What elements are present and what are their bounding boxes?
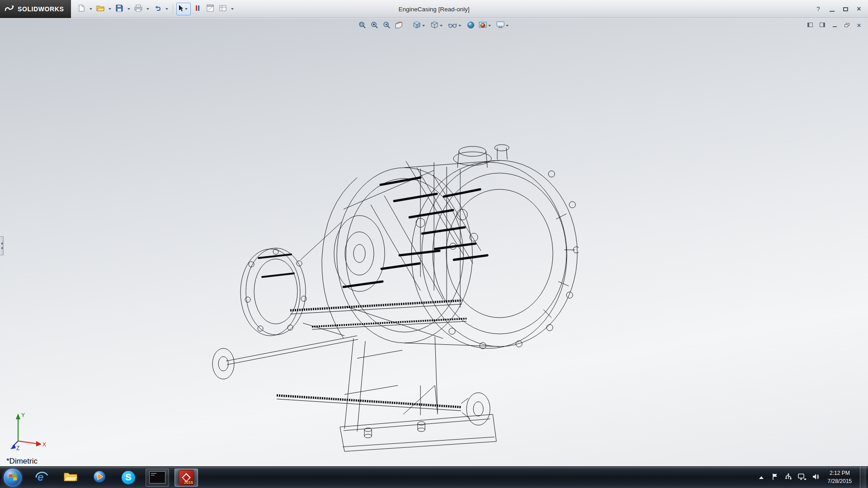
help-button[interactable]: ? — [812, 4, 825, 14]
options-table-icon — [219, 5, 226, 14]
taskbar-windows-explorer[interactable] — [59, 469, 82, 487]
doc-minimize-button[interactable] — [829, 20, 840, 29]
chevron-up-icon — [759, 476, 764, 479]
section-view-button[interactable] — [394, 20, 404, 31]
print-icon — [134, 5, 142, 14]
solidworks-app-icon: 2015 — [179, 470, 194, 485]
skype-letter: S — [125, 472, 131, 483]
start-button[interactable] — [4, 469, 22, 487]
network-button[interactable] — [798, 474, 806, 482]
taskbar-apps: e S 2015 — [30, 469, 198, 487]
skype-icon: S — [122, 471, 135, 484]
taskbar-clock[interactable]: 2:12 PM 7/28/2015 — [825, 469, 854, 485]
doc-restore-icon — [844, 23, 849, 27]
xpert-tools-icon — [195, 5, 200, 14]
action-center-button[interactable] — [771, 474, 779, 482]
view-settings-monitor-icon — [496, 21, 505, 30]
open-button[interactable] — [94, 3, 106, 15]
undo-button[interactable] — [151, 3, 163, 15]
undo-icon — [153, 5, 161, 14]
taskbar-solidworks[interactable]: 2015 — [175, 469, 198, 487]
show-desktop-button[interactable] — [860, 467, 866, 488]
pane-right-toggle[interactable] — [817, 20, 828, 29]
view-orientation-button[interactable] — [412, 20, 427, 31]
clock-time: 2:12 PM — [828, 469, 852, 477]
view-settings-button[interactable] — [495, 20, 511, 31]
main-toolbar — [75, 3, 235, 15]
zoom-to-area-icon — [371, 21, 378, 31]
hide-show-caret[interactable] — [458, 25, 461, 27]
print-button[interactable] — [132, 3, 144, 15]
save-button[interactable] — [113, 3, 125, 15]
apply-scene-caret[interactable] — [488, 25, 491, 27]
taskbar-skype[interactable]: S — [117, 469, 140, 487]
select-cursor-icon — [178, 5, 184, 14]
taskbar-command-prompt[interactable] — [146, 469, 169, 487]
display-style-button[interactable] — [429, 20, 445, 31]
triad-x-label: X — [42, 441, 46, 448]
graphics-viewport[interactable]: × — [0, 19, 868, 466]
hide-show-items-button[interactable] — [447, 20, 463, 31]
solidworks-logo-icon — [5, 4, 14, 14]
solidworks-year-badge: 2015 — [184, 480, 193, 485]
new-dropdown-caret[interactable] — [90, 8, 92, 10]
clock-date: 7/28/2015 — [828, 478, 852, 485]
close-button[interactable]: × — [853, 4, 865, 14]
taskbar-internet-explorer[interactable]: e — [30, 469, 53, 487]
options-button[interactable] — [217, 3, 229, 15]
view-settings-caret[interactable] — [506, 25, 509, 27]
previous-view-button[interactable] — [382, 20, 392, 31]
triad-z-label: Z — [16, 445, 19, 451]
display-style-cube-icon — [430, 21, 439, 31]
make-drawing-button[interactable] — [204, 3, 216, 15]
print-dropdown-caret[interactable] — [146, 8, 149, 10]
feature-panel-splitter[interactable] — [0, 236, 4, 255]
doc-close-button[interactable]: × — [854, 20, 864, 29]
volume-button[interactable] — [811, 474, 820, 482]
close-icon: × — [857, 5, 861, 13]
pane-left-toggle[interactable] — [805, 20, 816, 29]
internet-explorer-icon: e — [34, 470, 49, 485]
open-folder-icon — [96, 5, 104, 13]
section-view-icon — [395, 21, 403, 31]
view-orientation-caret[interactable] — [422, 25, 425, 27]
zoom-to-fit-button[interactable] — [357, 20, 367, 31]
taskbar-media-player[interactable] — [88, 469, 111, 487]
previous-view-icon — [383, 21, 391, 31]
maximize-button[interactable] — [839, 4, 852, 14]
toolbar-separator — [173, 4, 173, 14]
make-drawing-icon — [207, 5, 214, 14]
system-tray: 2:12 PM 7/28/2015 — [757, 467, 868, 488]
headsup-view-toolbar — [357, 20, 511, 31]
select-tool-button[interactable] — [176, 3, 191, 15]
model-wireframe[interactable] — [208, 141, 579, 453]
edit-appearance-button[interactable] — [466, 20, 476, 31]
undo-dropdown-caret[interactable] — [165, 8, 168, 10]
options-dropdown-caret[interactable] — [231, 8, 234, 10]
display-style-caret[interactable] — [440, 25, 443, 27]
new-document-icon — [78, 5, 85, 14]
speaker-icon — [812, 473, 819, 482]
view-orientation-label: *Dimetric — [6, 457, 38, 466]
new-document-button[interactable] — [75, 3, 87, 15]
open-dropdown-caret[interactable] — [108, 8, 111, 10]
pane-right-icon — [820, 23, 825, 27]
command-prompt-icon — [149, 471, 165, 483]
ie-letter: e — [38, 471, 43, 483]
media-player-icon — [93, 470, 106, 485]
title-bar: SOLIDWORKS EngineCasin — [0, 0, 868, 18]
orientation-triad: Y X Z — [10, 411, 48, 451]
minimize-button[interactable] — [826, 4, 838, 14]
doc-restore-button[interactable] — [841, 20, 852, 29]
xpert-tools-button[interactable] — [192, 3, 203, 15]
apply-scene-button[interactable] — [478, 20, 493, 31]
doc-minimize-icon — [833, 26, 837, 27]
usb-device-button[interactable] — [784, 474, 793, 482]
zoom-to-area-button[interactable] — [369, 20, 379, 31]
usb-icon — [785, 473, 792, 482]
save-dropdown-caret[interactable] — [127, 8, 130, 10]
folder-icon — [63, 471, 78, 484]
tray-expand-button[interactable] — [757, 474, 765, 482]
windows-taskbar: e S 2015 — [0, 466, 868, 488]
select-dropdown-caret[interactable] — [185, 8, 188, 10]
